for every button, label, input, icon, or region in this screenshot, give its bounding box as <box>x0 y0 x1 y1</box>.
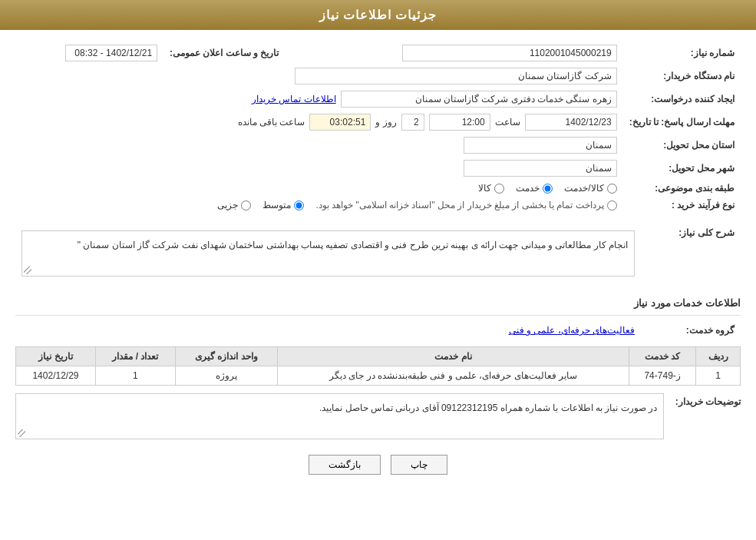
process-radios: پرداخت تمام یا بخشی از مبلغ خریدار از مح… <box>15 197 623 214</box>
requester-label: ایجاد کننده درخواست: <box>623 88 741 111</box>
deadline-time-field: 12:00 <box>429 114 490 131</box>
deadline-label: مهلت ارسال پاسخ: تا تاریخ: <box>623 111 741 134</box>
deadline-days-label: روز و <box>375 117 396 128</box>
description-table: شرح کلی نیاز: انجام کار مطالعاتی و میدان… <box>15 221 741 286</box>
radio-good-service[interactable] <box>607 184 617 194</box>
request-number-value: 1102001045000219 <box>300 41 622 65</box>
radio-complete-label: پرداخت تمام یا بخشی از مبلغ خریدار از مح… <box>315 200 603 210</box>
table-header-row: ردیف کد خدمت نام خدمت واحد اندازه گیری ت… <box>16 347 741 366</box>
cell-row: 1 <box>696 366 741 386</box>
table-row: گروه خدمت: فعالیت‌های حرفه‌ای، علمی و فن… <box>15 322 741 339</box>
buyer-org-value: شرکت گازاستان سمنان <box>15 65 623 88</box>
city-field: سمنان <box>464 160 617 177</box>
process-label: نوع فرآیند خرید : <box>623 197 741 214</box>
requester-value: زهره ستگی خدمات دفتری شرکت گازاستان سمنا… <box>15 88 623 111</box>
province-field: سمنان <box>464 137 617 154</box>
description-box: انجام کار مطالعاتی و میدانی جهت ارائه ی … <box>21 230 635 277</box>
table-row: نام دستگاه خریدار: شرکت گازاستان سمنان <box>15 65 741 88</box>
deadline-remaining-label: ساعت باقی مانده <box>238 117 305 128</box>
buyer-notes-label: توضیحات خریدار: <box>672 393 741 407</box>
table-row: 1 ز-749-74 سایر فعالیت‌های حرفه‌ای، علمی… <box>16 366 741 386</box>
radio-partial-item: جزیی <box>217 200 251 210</box>
services-table: ردیف کد خدمت نام خدمت واحد اندازه گیری ت… <box>15 346 741 386</box>
table-row: شرح کلی نیاز: انجام کار مطالعاتی و میدان… <box>15 221 741 286</box>
deadline-days-field: 2 <box>401 114 424 131</box>
col-row: ردیف <box>696 347 741 366</box>
province-label: استان محل تحویل: <box>623 134 741 157</box>
radio-good-item: کالا <box>478 183 504 194</box>
info-table: شماره نیاز: 1102001045000219 تاریخ و ساع… <box>15 41 741 214</box>
buyer-org-label: نام دستگاه خریدار: <box>623 65 741 88</box>
radio-medium-label: متوسط <box>262 200 291 210</box>
cell-unit: پروژه <box>175 366 277 386</box>
request-number-field: 1102001045000219 <box>402 45 617 61</box>
table-row: نوع فرآیند خرید : پرداخت تمام یا بخشی از… <box>15 197 741 214</box>
divider <box>15 315 741 316</box>
request-number-label: شماره نیاز: <box>623 41 741 65</box>
cell-qty: 1 <box>95 366 175 386</box>
cell-name: سایر فعالیت‌های حرفه‌ای، علمی و فنی طبقه… <box>277 366 629 386</box>
col-date: تاریخ نیاز <box>16 347 96 366</box>
service-group-table: گروه خدمت: فعالیت‌های حرفه‌ای، علمی و فن… <box>15 322 741 339</box>
deadline-remaining-field: 03:02:51 <box>309 114 371 131</box>
col-unit: واحد اندازه گیری <box>175 347 277 366</box>
services-table-body: 1 ز-749-74 سایر فعالیت‌های حرفه‌ای، علمی… <box>16 366 741 386</box>
resize-handle-notes <box>18 429 25 437</box>
city-label: شهر محل تحویل: <box>623 157 741 180</box>
radio-good-service-label: کالا/خدمت <box>564 183 603 194</box>
radio-good-label: کالا <box>478 183 491 194</box>
province-value: سمنان <box>15 134 623 157</box>
buyer-notes-section: توضیحات خریدار: در صورت نیاز به اطلاعات … <box>15 393 741 439</box>
radio-complete[interactable] <box>607 200 617 210</box>
city-value: سمنان <box>15 157 623 180</box>
radio-medium-item: متوسط <box>262 200 304 210</box>
deadline-time-label: ساعت <box>495 117 520 128</box>
deadline-row: 1402/12/23 ساعت 12:00 2 روز و 03:02:51 س… <box>15 111 623 134</box>
radio-complete-item: پرداخت تمام یا بخشی از مبلغ خریدار از مح… <box>315 200 616 210</box>
buyer-notes-box: در صورت نیاز به اطلاعات با شماره همراه 0… <box>15 393 664 439</box>
service-group-label: گروه خدمت: <box>641 322 741 339</box>
col-name: نام خدمت <box>277 347 629 366</box>
radio-good-service-item: کالا/خدمت <box>564 183 616 194</box>
category-radios: کالا/خدمت خدمت کالا <box>15 180 623 197</box>
service-group-link[interactable]: فعالیت‌های حرفه‌ای، علمی و فنی <box>509 325 635 336</box>
buyer-org-field: شرکت گازاستان سمنان <box>295 68 617 84</box>
resize-handle <box>24 267 31 274</box>
radio-medium[interactable] <box>294 200 304 210</box>
table-row: شهر محل تحویل: سمنان <box>15 157 741 180</box>
cell-code: ز-749-74 <box>629 366 696 386</box>
cell-date: 1402/12/29 <box>16 366 96 386</box>
table-row: ایجاد کننده درخواست: زهره ستگی خدمات دفت… <box>15 88 741 111</box>
table-row: طبقه بندی موضوعی: کالا/خدمت خدمت <box>15 180 741 197</box>
announce-label: تاریخ و ساعت اعلان عمومی: <box>163 41 285 65</box>
print-button[interactable]: چاپ <box>391 455 447 475</box>
table-row: مهلت ارسال پاسخ: تا تاریخ: 1402/12/23 سا… <box>15 111 741 134</box>
page-container: جزئیات اطلاعات نیاز شماره نیاز: 11020010… <box>0 0 756 540</box>
radio-service[interactable] <box>543 184 553 194</box>
services-table-head: ردیف کد خدمت نام خدمت واحد اندازه گیری ت… <box>16 347 741 366</box>
description-text: انجام کار مطالعاتی و میدانی جهت ارائه ی … <box>78 240 628 250</box>
contact-info-link[interactable]: اطلاعات تماس خریدار <box>252 94 336 104</box>
announce-value: 1402/12/21 - 08:32 <box>15 41 163 65</box>
buttons-row: چاپ بازگشت <box>15 455 741 475</box>
content-area: شماره نیاز: 1102001045000219 تاریخ و ساع… <box>0 30 756 502</box>
radio-partial-label: جزیی <box>217 200 238 210</box>
page-header: جزئیات اطلاعات نیاز <box>0 0 756 30</box>
radio-partial[interactable] <box>241 200 251 210</box>
radio-good[interactable] <box>494 184 504 194</box>
services-section: اطلاعات خدمات مورد نیاز گروه خدمت: فعالی… <box>15 297 741 386</box>
table-row: شماره نیاز: 1102001045000219 تاریخ و ساع… <box>15 41 741 65</box>
description-cell: انجام کار مطالعاتی و میدانی جهت ارائه ی … <box>15 221 641 286</box>
category-label: طبقه بندی موضوعی: <box>623 180 741 197</box>
services-title: اطلاعات خدمات مورد نیاز <box>15 297 741 309</box>
back-button[interactable]: بازگشت <box>309 455 381 475</box>
requester-field: زهره ستگی خدمات دفتری شرکت گازاستان سمنا… <box>341 91 617 108</box>
deadline-date-field: 1402/12/23 <box>525 114 617 131</box>
page-title: جزئیات اطلاعات نیاز <box>319 8 437 22</box>
description-label: شرح کلی نیاز: <box>641 221 741 286</box>
announce-field: 1402/12/21 - 08:32 <box>65 45 157 61</box>
radio-service-item: خدمت <box>516 183 553 194</box>
service-group-value: فعالیت‌های حرفه‌ای، علمی و فنی <box>15 322 641 339</box>
table-row: استان محل تحویل: سمنان <box>15 134 741 157</box>
radio-service-label: خدمت <box>516 183 540 194</box>
